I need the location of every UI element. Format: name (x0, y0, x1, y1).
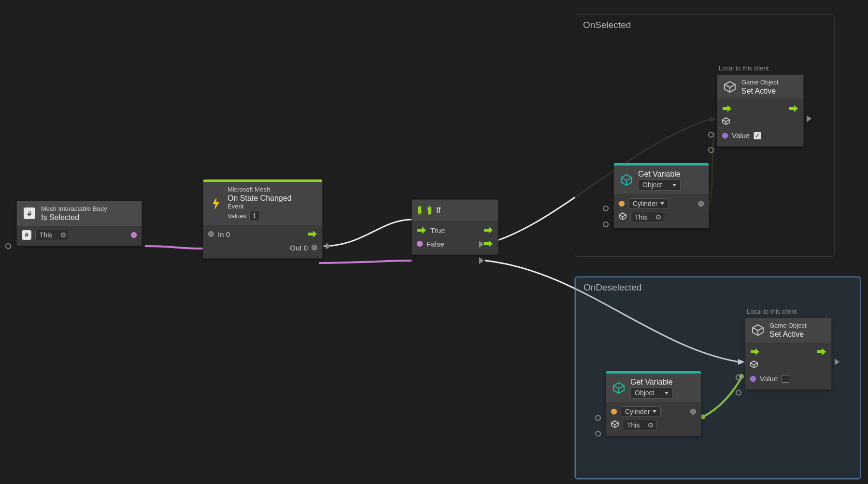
branch-icon (418, 204, 431, 217)
value-checkbox[interactable] (782, 375, 789, 383)
cube-icon (611, 420, 619, 429)
flow-out-arrow-icon[interactable] (308, 230, 317, 238)
port-ring[interactable] (603, 206, 609, 211)
node-if[interactable]: If True False (412, 199, 498, 255)
port-ring[interactable] (595, 431, 601, 437)
port-output[interactable] (131, 232, 137, 238)
port-ring[interactable] (595, 415, 601, 421)
node-title: On State Changed (228, 194, 292, 203)
node-category: Game Object (741, 79, 779, 86)
cube-icon (619, 212, 626, 221)
port-input-external[interactable] (5, 243, 11, 249)
target-picker-icon[interactable] (656, 215, 661, 220)
value-checkbox[interactable]: ✓ (754, 132, 761, 139)
node-title: Set Active (741, 86, 779, 96)
node-on-state-changed[interactable]: Microsoft Mesh On State Changed Event Va… (203, 179, 323, 259)
node-is-selected[interactable]: # Mesh Interactable Body Is Selected # T… (16, 201, 142, 246)
bolt-icon (209, 197, 223, 210)
values-row: Values 1 (228, 211, 292, 221)
target-picker-icon[interactable] (61, 233, 66, 237)
flow-true-arrow-icon[interactable] (484, 226, 493, 234)
variable-name-value: Cylinder (625, 408, 650, 415)
target-value: This (627, 421, 640, 429)
cube-icon (723, 80, 737, 94)
node-title: If (436, 206, 441, 215)
false-label: False (427, 240, 444, 248)
node-get-variable-2[interactable]: Get Variable Object Cylinder This (606, 371, 701, 436)
node-category: Microsoft Mesh (228, 186, 292, 194)
node-category: Mesh Interactable Body (41, 205, 107, 213)
out0-label: Out 0 (290, 244, 308, 252)
chevron-down-icon (672, 184, 676, 187)
port-flow-external[interactable] (835, 359, 840, 365)
value-label: Value (732, 131, 750, 139)
flow-in-arrow-icon[interactable] (417, 226, 427, 234)
port-name[interactable] (619, 201, 625, 207)
script-cube-icon (620, 173, 633, 187)
node-title: Set Active (769, 330, 807, 339)
port-ring[interactable] (708, 147, 714, 153)
true-label: True (430, 226, 445, 235)
port-output[interactable] (690, 409, 696, 415)
scope-value: Object (642, 181, 662, 189)
port-ring[interactable] (708, 132, 714, 138)
group-title: OnSelected (575, 15, 834, 33)
node-title: Get Variable (638, 169, 681, 179)
port-ring[interactable] (736, 390, 741, 396)
node-title: Is Selected (41, 213, 107, 222)
hint-label: Local to this client (747, 308, 797, 315)
scope-value: Object (635, 389, 654, 397)
script-cube-icon (612, 381, 626, 395)
flow-false-arrow-icon[interactable] (484, 240, 493, 248)
port-value[interactable] (750, 376, 756, 382)
port-out0[interactable] (312, 245, 317, 250)
variable-name-dropdown[interactable]: Cylinder (621, 406, 661, 417)
port-ring[interactable] (603, 221, 609, 227)
target-field[interactable]: This (35, 230, 69, 240)
node-category: Game Object (769, 322, 807, 330)
port-ring[interactable] (736, 374, 741, 380)
cube-icon (722, 117, 730, 126)
port-condition[interactable] (417, 241, 423, 247)
group-title: OnDeselected (576, 277, 860, 296)
target-field[interactable]: This (623, 420, 656, 430)
flow-in-arrow-icon[interactable] (722, 105, 732, 112)
port-flow-external[interactable] (807, 115, 811, 122)
hash-icon: # (22, 230, 31, 240)
node-subtitle: Event (228, 203, 292, 210)
flow-out-arrow-icon[interactable] (789, 105, 798, 112)
scope-dropdown[interactable]: Object (630, 387, 673, 399)
target-field-value: This (40, 231, 52, 239)
chevron-down-icon (660, 202, 664, 205)
port-in0[interactable] (208, 231, 214, 237)
hint-label: Local to this client (719, 65, 768, 72)
node-get-variable-1[interactable]: Get Variable Object Cylinder This (613, 163, 709, 228)
cube-icon (751, 323, 765, 337)
flow-out-arrow-icon[interactable] (817, 348, 826, 356)
chevron-down-icon (665, 392, 669, 395)
cube-icon (750, 360, 758, 370)
port-flow-false-external[interactable] (479, 257, 484, 264)
variable-name-dropdown[interactable]: Cylinder (628, 198, 669, 209)
port-value[interactable] (722, 133, 728, 138)
port-flow-true-external[interactable] (479, 241, 484, 248)
target-picker-icon[interactable] (648, 423, 653, 428)
in0-label: In 0 (218, 230, 230, 238)
node-title: Get Variable (630, 377, 673, 387)
node-set-active-2[interactable]: Game Object Set Active Value (745, 318, 832, 390)
port-name[interactable] (611, 409, 617, 415)
node-set-active-1[interactable]: Game Object Set Active Value ✓ (717, 74, 804, 147)
hash-icon: # (23, 207, 36, 220)
chevron-down-icon (653, 410, 656, 413)
target-value: This (635, 213, 647, 221)
scope-dropdown[interactable]: Object (638, 180, 681, 191)
port-output[interactable] (698, 201, 704, 207)
values-count[interactable]: 1 (249, 211, 260, 221)
variable-name-value: Cylinder (633, 200, 657, 207)
flow-in-arrow-icon[interactable] (750, 348, 760, 356)
value-label: Value (760, 374, 778, 383)
port-flow-external[interactable] (326, 243, 331, 249)
target-field[interactable]: This (630, 212, 664, 222)
